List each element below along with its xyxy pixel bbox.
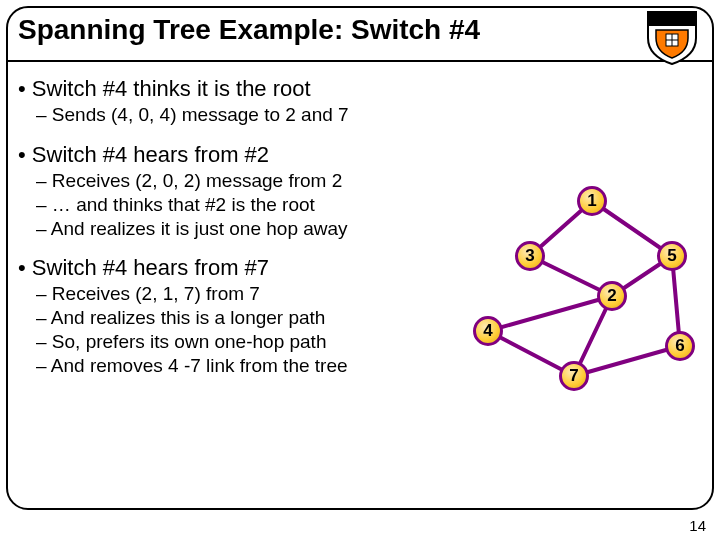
page-number: 14 [689,517,706,534]
graph-node-5: 5 [657,241,687,271]
slide-title: Spanning Tree Example: Switch #4 [18,14,480,46]
svg-line-11 [574,346,680,376]
title-row: Spanning Tree Example: Switch #4 [18,14,480,46]
logo-shield-icon [644,8,700,66]
graph-node-7: 7 [559,361,589,391]
bullet-2: • Switch #4 hears from #2 [18,142,702,168]
bullet-2-sub-2: – … and thinks that #2 is the root [36,194,456,216]
graph-node-3: 3 [515,241,545,271]
bullet-3-text: Switch #4 hears from #7 [32,255,269,280]
bullet-1-sub-1: – Sends (4, 0, 4) message to 2 and 7 [36,104,702,126]
graph-node-6: 6 [665,331,695,361]
title-underline [8,60,712,62]
bullet-2-text: Switch #4 hears from #2 [32,142,269,167]
graph-node-2: 2 [597,281,627,311]
bullet-2-sub-3: – And realizes it is just one hop away [36,218,456,240]
bullet-1: • Switch #4 thinks it is the root [18,76,702,102]
bullet-2-sub-1: – Receives (2, 0, 2) message from 2 [36,170,456,192]
graph-node-4: 4 [473,316,503,346]
bullet-1-text: Switch #4 thinks it is the root [32,76,311,101]
graph-node-1: 1 [577,186,607,216]
content-area: • Switch #4 thinks it is the root – Send… [18,76,702,520]
svg-line-8 [488,296,612,331]
graph-diagram: 1 3 5 2 4 6 7 [452,186,700,426]
